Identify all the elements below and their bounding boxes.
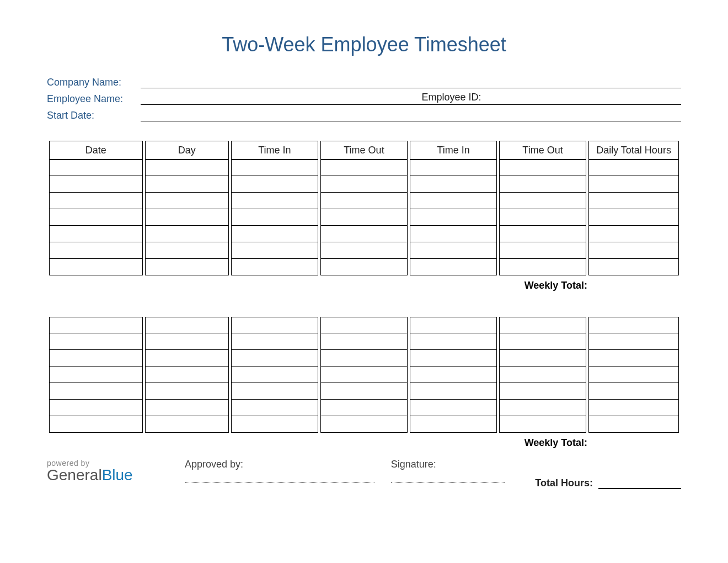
table-cell[interactable] xyxy=(588,400,679,416)
table-cell[interactable] xyxy=(410,209,497,226)
table-cell[interactable] xyxy=(588,193,679,209)
table-cell[interactable] xyxy=(499,383,586,400)
table-cell[interactable] xyxy=(231,176,318,193)
table-cell[interactable] xyxy=(145,416,229,433)
table-cell[interactable] xyxy=(320,416,408,433)
table-cell[interactable] xyxy=(49,333,143,350)
total-hours-field[interactable] xyxy=(598,478,681,489)
table-cell[interactable] xyxy=(410,383,497,400)
table-cell[interactable] xyxy=(499,242,586,259)
table-cell[interactable] xyxy=(320,176,408,193)
table-cell[interactable] xyxy=(410,226,497,242)
table-cell[interactable] xyxy=(231,350,318,367)
table-cell[interactable] xyxy=(410,416,497,433)
table-cell[interactable] xyxy=(499,317,586,333)
table-cell[interactable] xyxy=(320,209,408,226)
table-cell[interactable] xyxy=(320,350,408,367)
table-cell[interactable] xyxy=(410,367,497,383)
table-cell[interactable] xyxy=(588,350,679,367)
table-cell[interactable] xyxy=(499,226,586,242)
table-cell[interactable] xyxy=(499,367,586,383)
signature-line[interactable] xyxy=(391,482,505,483)
table-cell[interactable] xyxy=(410,350,497,367)
table-cell[interactable] xyxy=(499,193,586,209)
table-cell[interactable] xyxy=(231,259,318,275)
table-cell[interactable] xyxy=(499,350,586,367)
table-cell[interactable] xyxy=(49,367,143,383)
table-cell[interactable] xyxy=(145,400,229,416)
table-cell[interactable] xyxy=(231,160,318,176)
table-cell[interactable] xyxy=(588,367,679,383)
table-cell[interactable] xyxy=(410,259,497,275)
table-cell[interactable] xyxy=(49,226,143,242)
table-cell[interactable] xyxy=(231,333,318,350)
table-cell[interactable] xyxy=(49,242,143,259)
table-cell[interactable] xyxy=(499,416,586,433)
table-cell[interactable] xyxy=(499,259,586,275)
table-cell[interactable] xyxy=(231,193,318,209)
table-cell[interactable] xyxy=(145,176,229,193)
table-cell[interactable] xyxy=(588,176,679,193)
table-cell[interactable] xyxy=(410,193,497,209)
table-cell[interactable] xyxy=(49,176,143,193)
table-cell[interactable] xyxy=(410,400,497,416)
table-cell[interactable] xyxy=(145,350,229,367)
table-cell[interactable] xyxy=(410,242,497,259)
table-cell[interactable] xyxy=(49,350,143,367)
table-cell[interactable] xyxy=(499,209,586,226)
table-cell[interactable] xyxy=(320,226,408,242)
table-cell[interactable] xyxy=(320,367,408,383)
table-cell[interactable] xyxy=(410,160,497,176)
table-cell[interactable] xyxy=(49,317,143,333)
table-cell[interactable] xyxy=(588,226,679,242)
table-cell[interactable] xyxy=(49,416,143,433)
table-cell[interactable] xyxy=(231,416,318,433)
table-cell[interactable] xyxy=(231,209,318,226)
table-cell[interactable] xyxy=(499,160,586,176)
table-cell[interactable] xyxy=(499,400,586,416)
table-cell[interactable] xyxy=(49,383,143,400)
employee-id-field[interactable] xyxy=(492,88,681,105)
table-cell[interactable] xyxy=(231,242,318,259)
company-name-field[interactable] xyxy=(141,72,681,88)
table-cell[interactable] xyxy=(231,317,318,333)
table-cell[interactable] xyxy=(145,209,229,226)
approved-by-line[interactable] xyxy=(185,482,374,483)
table-cell[interactable] xyxy=(499,333,586,350)
employee-name-field[interactable] xyxy=(141,88,410,105)
table-cell[interactable] xyxy=(231,226,318,242)
table-cell[interactable] xyxy=(588,383,679,400)
table-cell[interactable] xyxy=(145,367,229,383)
table-cell[interactable] xyxy=(320,333,408,350)
table-cell[interactable] xyxy=(410,317,497,333)
table-cell[interactable] xyxy=(49,193,143,209)
table-cell[interactable] xyxy=(588,242,679,259)
table-cell[interactable] xyxy=(320,259,408,275)
table-cell[interactable] xyxy=(320,383,408,400)
table-cell[interactable] xyxy=(410,333,497,350)
table-cell[interactable] xyxy=(145,317,229,333)
table-cell[interactable] xyxy=(145,333,229,350)
table-cell[interactable] xyxy=(49,160,143,176)
table-cell[interactable] xyxy=(588,160,679,176)
table-cell[interactable] xyxy=(588,317,679,333)
table-cell[interactable] xyxy=(145,193,229,209)
table-cell[interactable] xyxy=(145,242,229,259)
table-cell[interactable] xyxy=(231,400,318,416)
table-cell[interactable] xyxy=(145,383,229,400)
table-cell[interactable] xyxy=(588,416,679,433)
table-cell[interactable] xyxy=(231,383,318,400)
table-cell[interactable] xyxy=(320,400,408,416)
table-cell[interactable] xyxy=(145,226,229,242)
table-cell[interactable] xyxy=(588,209,679,226)
table-cell[interactable] xyxy=(410,176,497,193)
table-cell[interactable] xyxy=(588,333,679,350)
table-cell[interactable] xyxy=(231,367,318,383)
table-cell[interactable] xyxy=(145,160,229,176)
table-cell[interactable] xyxy=(320,193,408,209)
table-cell[interactable] xyxy=(588,259,679,275)
table-cell[interactable] xyxy=(320,317,408,333)
table-cell[interactable] xyxy=(49,259,143,275)
table-cell[interactable] xyxy=(145,259,229,275)
table-cell[interactable] xyxy=(49,400,143,416)
